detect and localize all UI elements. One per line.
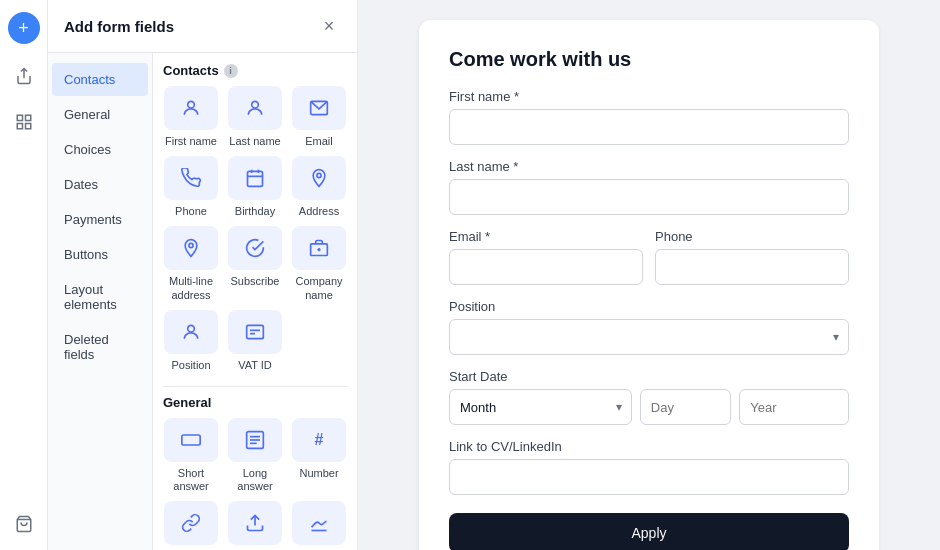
field-icon-position (164, 310, 218, 354)
field-item-birthday[interactable]: Birthday (227, 156, 283, 218)
field-label-address: Address (299, 205, 339, 218)
month-select-wrap: Month ▾ (449, 389, 632, 425)
cv-link-label: Link to CV/LinkedIn (449, 439, 849, 454)
field-item-phone[interactable]: Phone (163, 156, 219, 218)
cart-icon-button[interactable] (10, 510, 38, 538)
last-name-label: Last name * (449, 159, 849, 174)
sidebar-item-payments[interactable]: Payments (52, 203, 148, 236)
field-label-birthday: Birthday (235, 205, 275, 218)
cv-link-group: Link to CV/LinkedIn (449, 439, 849, 495)
position-select-wrap: ▾ (449, 319, 849, 355)
field-label-multi-address: Multi-line address (163, 275, 219, 301)
list-icon-button[interactable] (10, 108, 38, 136)
year-input[interactable] (739, 389, 849, 425)
first-name-label: First name * (449, 89, 849, 104)
sidebar-item-layout[interactable]: Layout elements (52, 273, 148, 321)
field-item-file-upload[interactable]: File upload (227, 501, 283, 550)
month-select[interactable]: Month (449, 389, 632, 425)
panel-body: Contacts General Choices Dates Payments … (48, 53, 357, 550)
field-item-address[interactable]: Address (291, 156, 347, 218)
position-label: Position (449, 299, 849, 314)
field-icon-file-upload (228, 501, 282, 545)
phone-label: Phone (655, 229, 849, 244)
field-label-first-name: First name (165, 135, 217, 148)
field-item-vat-id[interactable]: VAT ID (227, 310, 283, 372)
field-icon-first-name (164, 86, 218, 130)
field-item-position[interactable]: Position (163, 310, 219, 372)
sidebar-item-contacts[interactable]: Contacts (52, 63, 148, 96)
field-label-vat-id: VAT ID (238, 359, 272, 372)
share-icon-button[interactable] (10, 62, 38, 90)
add-fab-button[interactable]: + (8, 12, 40, 44)
field-label-company-name: Company name (291, 275, 347, 301)
close-panel-button[interactable]: × (317, 14, 341, 38)
general-section-label: General (163, 395, 347, 410)
field-label-long-answer: Long answer (227, 467, 283, 493)
field-icon-long-answer (228, 418, 282, 462)
field-item-link[interactable]: Link (163, 501, 219, 550)
field-item-multi-address[interactable]: Multi-line address (163, 226, 219, 301)
field-label-number: Number (299, 467, 338, 480)
add-form-fields-panel: Add form fields × Contacts General Choic… (48, 0, 358, 550)
field-item-signature[interactable]: Signature (291, 501, 347, 550)
field-item-first-name[interactable]: First name (163, 86, 219, 148)
day-input[interactable] (640, 389, 731, 425)
apply-button[interactable]: Apply (449, 513, 849, 550)
field-item-number[interactable]: # Number (291, 418, 347, 493)
sidebar-item-deleted[interactable]: Deleted fields (52, 323, 148, 371)
field-item-subscribe[interactable]: Subscribe (227, 226, 283, 301)
svg-rect-17 (247, 325, 264, 338)
position-group: Position ▾ (449, 299, 849, 355)
sidebar-item-general[interactable]: General (52, 98, 148, 131)
field-label-last-name: Last name (229, 135, 280, 148)
field-icon-short-answer (164, 418, 218, 462)
form-preview-area: Come work with us First name * Last name… (358, 0, 940, 550)
field-label-position: Position (171, 359, 210, 372)
section-divider (163, 386, 347, 387)
field-item-company-name[interactable]: Company name (291, 226, 347, 301)
first-name-group: First name * (449, 89, 849, 145)
field-icon-birthday (228, 156, 282, 200)
category-nav: Contacts General Choices Dates Payments … (48, 53, 153, 550)
last-name-input[interactable] (449, 179, 849, 215)
field-item-last-name[interactable]: Last name (227, 86, 283, 148)
sidebar-item-choices[interactable]: Choices (52, 133, 148, 166)
first-name-input[interactable] (449, 109, 849, 145)
position-select[interactable] (449, 319, 849, 355)
form-title: Come work with us (449, 48, 849, 71)
phone-group: Phone (655, 229, 849, 285)
field-icon-company-name (292, 226, 346, 270)
svg-rect-1 (17, 115, 22, 120)
field-icon-last-name (228, 86, 282, 130)
fab-sidebar: + (0, 0, 48, 550)
form-card: Come work with us First name * Last name… (419, 20, 879, 550)
panel-header: Add form fields × (48, 0, 357, 53)
panel-title: Add form fields (64, 18, 174, 35)
field-item-long-answer[interactable]: Long answer (227, 418, 283, 493)
info-icon: i (224, 64, 238, 78)
sidebar-item-dates[interactable]: Dates (52, 168, 148, 201)
date-row: Month ▾ (449, 389, 849, 425)
contacts-field-grid: First name Last name Email (163, 86, 347, 372)
field-icon-email (292, 86, 346, 130)
email-input[interactable] (449, 249, 643, 285)
svg-point-6 (188, 101, 195, 108)
svg-rect-2 (25, 115, 30, 120)
cv-link-input[interactable] (449, 459, 849, 495)
phone-input[interactable] (655, 249, 849, 285)
field-label-email: Email (305, 135, 333, 148)
day-input-wrap (640, 389, 731, 425)
email-phone-row: Email * Phone (449, 229, 849, 299)
field-item-short-answer[interactable]: Short answer (163, 418, 219, 493)
start-date-group: Start Date Month ▾ (449, 369, 849, 425)
contacts-section-label: Contacts i (163, 63, 347, 78)
field-label-subscribe: Subscribe (231, 275, 280, 288)
field-icon-vat-id (228, 310, 282, 354)
field-icon-phone (164, 156, 218, 200)
field-icon-signature (292, 501, 346, 545)
svg-rect-3 (17, 124, 22, 129)
field-icon-address (292, 156, 346, 200)
year-input-wrap (739, 389, 849, 425)
sidebar-item-buttons[interactable]: Buttons (52, 238, 148, 271)
field-item-email[interactable]: Email (291, 86, 347, 148)
